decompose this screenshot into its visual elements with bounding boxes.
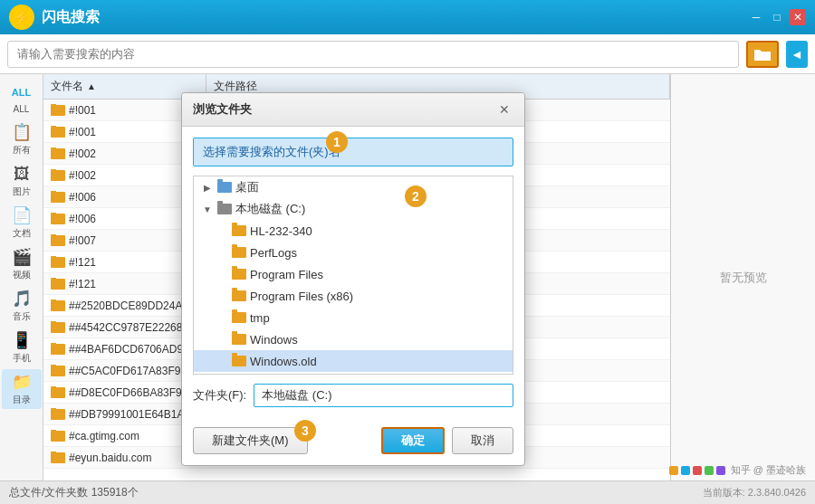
dialog-title: 浏览文件夹: [193, 101, 252, 118]
folder-path-input[interactable]: [254, 384, 513, 407]
app-window: ⚡ 闪电搜索 ─ □ ✕ ◄ ALL ALL 📋: [0, 0, 815, 504]
audio-icon: 🎵: [12, 289, 32, 309]
sidebar-item-video[interactable]: 🎬 视频: [2, 244, 42, 284]
maximize-button[interactable]: □: [769, 9, 785, 25]
expand-icon: [216, 246, 228, 259]
confirm-button[interactable]: 确定: [381, 427, 445, 454]
folder-icon: [51, 192, 65, 203]
minimize-button[interactable]: ─: [748, 9, 764, 25]
folder-icon: [232, 356, 246, 366]
dot-4: [705, 466, 714, 475]
dialog-footer: 新建文件夹(M) 确定 取消: [182, 427, 524, 465]
app-logo-icon: ⚡: [9, 5, 34, 30]
folder-icon: [232, 290, 246, 301]
sidebar-item-allfiles[interactable]: 📋 所有: [2, 119, 42, 159]
window-controls: ─ □ ✕: [748, 9, 806, 25]
list-item[interactable]: PerfLogs: [194, 242, 513, 263]
folder-icon: [51, 300, 65, 311]
folder-icon: [51, 257, 65, 268]
list-item[interactable]: Program Files: [194, 263, 513, 285]
folder-icon: [51, 431, 65, 442]
color-dots: [669, 466, 725, 475]
preview-panel: 暂无预览: [670, 74, 815, 480]
collapse-arrow-button[interactable]: ◄: [786, 41, 808, 68]
folder-icon: [51, 387, 65, 398]
expand-icon: [216, 224, 228, 237]
folder-icon: [51, 235, 65, 246]
list-item[interactable]: HL-232-340: [194, 220, 513, 242]
folder-icon: [232, 312, 246, 323]
phone-icon: 📱: [12, 330, 32, 350]
sidebar: ALL ALL 📋 所有 🖼 图片 📄 文档 🎬 视频 🎵 音乐: [0, 74, 43, 480]
dot-2: [681, 466, 690, 475]
folder-icon: [51, 452, 65, 463]
badge-1: 1: [326, 131, 348, 153]
list-item[interactable]: ▶ 桌面: [194, 176, 513, 198]
folder-path-row: 文件夹(F):: [193, 384, 513, 407]
dialog-body: 选择需要搜索的文件(夹)名 ▶ 桌面 ▼ 本地磁盘 (C:) HL-232-34…: [182, 127, 524, 427]
dot-5: [716, 466, 725, 475]
list-item[interactable]: 用户: [194, 372, 513, 375]
dialog-title-bar: 浏览文件夹 ✕: [182, 93, 524, 127]
folder-icon: [232, 334, 246, 345]
folder-icon: [232, 247, 246, 258]
folder-icon: [51, 127, 65, 138]
sidebar-item-phone[interactable]: 📱 手机: [2, 328, 42, 367]
folder-icon: [51, 344, 65, 355]
list-item[interactable]: Program Files (x86): [194, 285, 513, 307]
expand-icon: [216, 268, 228, 281]
new-folder-button[interactable]: 新建文件夹(M): [193, 427, 308, 454]
search-bar: ◄: [0, 34, 815, 74]
expand-icon: [216, 290, 228, 302]
status-bar: 总文件/文件夹数 135918个 当前版本: 2.3.840.0426: [0, 480, 815, 504]
badge-3: 3: [294, 420, 316, 442]
folder-icon: [232, 225, 246, 236]
dot-3: [693, 466, 702, 475]
close-button[interactable]: ✕: [790, 9, 806, 25]
folder-icon: [51, 105, 65, 116]
sidebar-item-dir[interactable]: 📁 目录: [2, 369, 42, 409]
dot-1: [669, 466, 678, 475]
expand-icon: [216, 355, 228, 367]
cancel-button[interactable]: 取消: [452, 427, 513, 454]
allfiles-icon: 📋: [12, 122, 32, 142]
all-icon: ALL: [12, 82, 32, 102]
folder-select-button[interactable]: [746, 41, 779, 68]
list-item[interactable]: Windows: [194, 328, 513, 350]
folder-icon: [217, 182, 232, 193]
folder-icon: [51, 409, 65, 420]
app-title: 闪电搜索: [42, 8, 748, 27]
sidebar-item-all[interactable]: ALL ALL: [2, 78, 42, 118]
dialog-close-button[interactable]: ✕: [495, 100, 513, 119]
list-item[interactable]: tmp: [194, 307, 513, 328]
sidebar-item-image[interactable]: 🖼 图片: [2, 161, 42, 201]
watermark: 知乎 @ 墨迹哈族: [669, 463, 806, 477]
dialog-subtitle: 选择需要搜索的文件(夹)名: [193, 138, 513, 166]
folder-icon: [51, 148, 65, 159]
sidebar-item-doc[interactable]: 📄 文档: [2, 203, 42, 242]
list-item[interactable]: Windows.old: [194, 350, 513, 372]
video-icon: 🎬: [12, 247, 32, 267]
folder-icon: [51, 366, 65, 376]
folder-icon: [51, 170, 65, 181]
expand-icon: [216, 311, 228, 324]
folder-icon: [51, 214, 65, 224]
folder-path-label: 文件夹(F):: [193, 387, 246, 404]
image-icon: 🖼: [12, 164, 32, 184]
expand-icon: [216, 333, 228, 346]
expand-icon: ▼: [201, 203, 214, 215]
expand-icon: ▶: [201, 181, 214, 194]
doc-icon: 📄: [12, 205, 32, 225]
folder-icon: [51, 279, 65, 290]
folder-icon: [51, 322, 65, 333]
title-bar: ⚡ 闪电搜索 ─ □ ✕: [0, 0, 815, 34]
badge-2: 2: [405, 185, 427, 207]
list-item[interactable]: ▼ 本地磁盘 (C:): [194, 198, 513, 220]
folder-icon: [232, 269, 246, 280]
sidebar-item-audio[interactable]: 🎵 音乐: [2, 286, 42, 326]
dir-icon: 📁: [12, 372, 32, 392]
browse-folder-dialog: 1 2 3 浏览文件夹 ✕ 选择需要搜索的文件(夹)名 ▶ 桌面 ▼ 本地磁盘 …: [181, 92, 525, 466]
search-input[interactable]: [7, 41, 739, 68]
folder-icon: [217, 204, 232, 214]
folder-tree[interactable]: ▶ 桌面 ▼ 本地磁盘 (C:) HL-232-340 PerfLogs Pro…: [193, 176, 513, 375]
